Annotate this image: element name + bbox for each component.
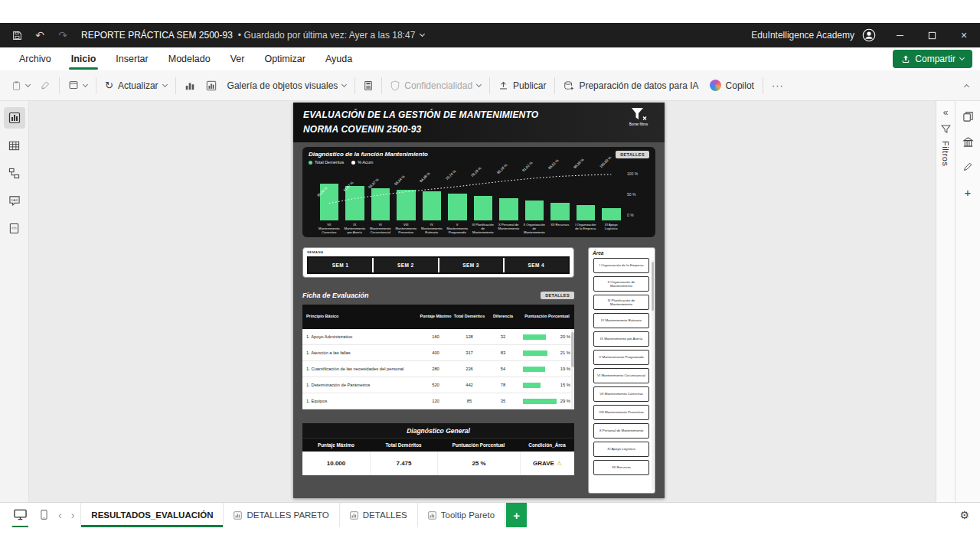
area-scrollbar-thumb[interactable] — [652, 262, 654, 311]
redo-icon[interactable]: ↷ — [54, 26, 72, 44]
pct-databar — [523, 334, 546, 340]
sensitivity-dropdown[interactable]: Confidencialidad — [385, 77, 486, 95]
area-slicer-button-12[interactable]: XII Recursos — [593, 460, 649, 475]
visualizations-pane-icon[interactable] — [960, 109, 975, 124]
ficha-scrollbar[interactable] — [571, 329, 574, 409]
next-page-arrow[interactable]: › — [71, 509, 75, 521]
ficha-row[interactable]: 1. Cuantificación de las necesidades del… — [302, 361, 574, 377]
more-options-button[interactable]: ··· — [766, 76, 789, 95]
pareto-bar[interactable] — [345, 186, 364, 220]
sem-button-1[interactable]: SEM 1 — [309, 258, 372, 272]
pareto-cumulative-label: 98,35 % — [573, 158, 584, 169]
expand-filters-icon[interactable]: « — [943, 107, 949, 118]
desktop-view-button[interactable] — [12, 503, 28, 527]
page-tab[interactable]: RESULTADOS_EVALUACIÓN — [80, 503, 223, 527]
tmdl-view-button[interactable]: </> — [4, 217, 25, 239]
pareto-details-button[interactable]: DETALLES — [616, 151, 649, 158]
data-pane-icon[interactable] — [960, 134, 975, 149]
area-slicer-button-7[interactable]: VI Mantenimiento Circunstancial — [593, 368, 649, 383]
pareto-category-label: X Personal de Mantenimiento — [496, 223, 522, 235]
sem-button-3[interactable]: SEM 3 — [439, 258, 503, 272]
new-page-button[interactable]: + — [506, 503, 527, 527]
menu-item-2[interactable]: Inicio — [61, 47, 106, 70]
quick-visual-button[interactable] — [201, 77, 222, 95]
model-view-button[interactable] — [4, 162, 25, 184]
prev-page-arrow[interactable]: ‹ — [58, 509, 62, 521]
page-tab[interactable]: DETALLES PARETO — [223, 503, 338, 527]
area-slicer-button-3[interactable]: III Planificación de Mantenimiento — [593, 295, 649, 310]
visuals-gallery-dropdown[interactable]: Galería de objetos visuales — [222, 77, 352, 95]
menu-item-1[interactable]: Archivo — [9, 47, 61, 70]
area-slicer-button-10[interactable]: X Personal de Mantenimiento — [593, 423, 649, 439]
minimize-button[interactable] — [884, 23, 916, 47]
autosave-status: • Guardado por última vez: Ayer a las 18… — [238, 30, 415, 41]
table-view-button[interactable] — [4, 135, 25, 156]
menu-item-5[interactable]: Ver — [220, 47, 255, 70]
ficha-scrollbar-thumb[interactable] — [571, 332, 574, 367]
pareto-bar[interactable] — [525, 201, 544, 220]
area-slicer-button-11[interactable]: XI Apoyo Logístico — [593, 442, 649, 457]
menu-item-4[interactable]: Modelado — [158, 47, 220, 70]
pareto-bar[interactable] — [397, 190, 416, 220]
area-slicer-button-9[interactable]: VIII Mantenimiento Preventivo — [593, 405, 649, 420]
publish-button[interactable]: Publicar — [493, 77, 551, 95]
pareto-bar[interactable] — [371, 188, 390, 220]
account-avatar-icon[interactable] — [862, 28, 876, 42]
ai-data-prep-button[interactable]: Preparación de datos para IA — [558, 77, 704, 95]
ficha-row[interactable]: 1. Atención a las fallas4003178321 % — [302, 345, 574, 361]
format-pane-icon[interactable] — [960, 159, 975, 174]
new-visual-button[interactable] — [179, 77, 201, 95]
ficha-row[interactable]: 1. Equipos120853529 % — [302, 393, 574, 409]
area-slicer-button-8[interactable]: VII Mantenimiento Correctivo — [593, 386, 649, 402]
account-name[interactable]: EduIntelligence Academy — [751, 30, 854, 41]
page-tab[interactable]: DETALLES — [339, 503, 417, 527]
settings-gear-icon[interactable]: ⚙ — [959, 503, 980, 527]
maximize-button[interactable] — [916, 23, 948, 47]
save-icon[interactable] — [8, 26, 26, 44]
page-tab[interactable]: Tooltip Pareto — [417, 503, 505, 527]
close-button[interactable]: × — [948, 23, 980, 47]
menu-item-6[interactable]: Optimizar — [254, 47, 315, 70]
mobile-view-button[interactable] — [39, 503, 49, 527]
clear-filters-button[interactable]: Borrar filtros — [622, 107, 655, 126]
sem-button-2[interactable]: SEM 2 — [374, 258, 437, 272]
add-pane-icon[interactable]: + — [960, 184, 975, 200]
clear-filters-icon — [630, 107, 648, 122]
area-slicer-title: Área — [589, 248, 655, 257]
report-title[interactable]: REPORTE PRÁCTICA SEM 2500-93 • Guardado … — [81, 30, 424, 41]
pareto-bar[interactable] — [602, 208, 621, 220]
collapse-ribbon-button[interactable] — [959, 78, 974, 93]
pareto-category-label: XII Recursos — [547, 223, 573, 235]
report-view-button[interactable] — [4, 107, 25, 129]
pareto-bar[interactable] — [550, 203, 570, 220]
pareto-bar[interactable] — [423, 191, 442, 220]
ficha-details-button[interactable]: DETALLES — [541, 292, 574, 299]
share-button[interactable]: Compartir — [893, 50, 972, 68]
paste-button[interactable] — [6, 77, 35, 95]
dax-query-view-button[interactable]: DAX — [4, 190, 25, 211]
area-slicer-button-4[interactable]: IV Mantenimiento Rutinario — [593, 313, 649, 328]
area-slicer-button-6[interactable]: V Mantenimiento Programado — [593, 350, 649, 365]
area-slicer-button-5[interactable]: IX Mantenimiento por Avería — [593, 331, 649, 347]
undo-icon[interactable]: ↶ — [31, 26, 49, 44]
sem-button-4[interactable]: SEM 4 — [505, 258, 568, 272]
area-scrollbar[interactable] — [652, 260, 654, 490]
pareto-bar[interactable] — [448, 194, 467, 221]
area-slicer-button-1[interactable]: I Organización de la Empresa — [593, 258, 649, 273]
ficha-row[interactable]: 1. Apoyo Administrativo1601283220 % — [302, 329, 574, 345]
ficha-row[interactable]: 1. Determinación de Parámetros5204427815… — [302, 377, 574, 393]
gallery-chevron-icon — [341, 81, 347, 86]
new-measure-button[interactable] — [358, 77, 378, 95]
copilot-button[interactable]: Copilot — [704, 76, 760, 95]
pareto-bar[interactable] — [474, 196, 493, 220]
menu-item-7[interactable]: Ayuda — [315, 47, 362, 70]
area-slicer-button-2[interactable]: II Organización de Mantenimiento — [593, 276, 649, 292]
filters-pane-label[interactable]: Filtros — [941, 141, 950, 166]
refresh-button[interactable]: ↻ Actualizar — [100, 76, 172, 95]
get-data-dropdown[interactable] — [63, 77, 93, 94]
format-painter-button[interactable] — [35, 77, 56, 94]
pct-value: 15 % — [560, 383, 570, 387]
pareto-bar[interactable] — [577, 205, 596, 220]
pareto-bar[interactable] — [499, 198, 518, 220]
menu-item-3[interactable]: Insertar — [106, 47, 158, 70]
